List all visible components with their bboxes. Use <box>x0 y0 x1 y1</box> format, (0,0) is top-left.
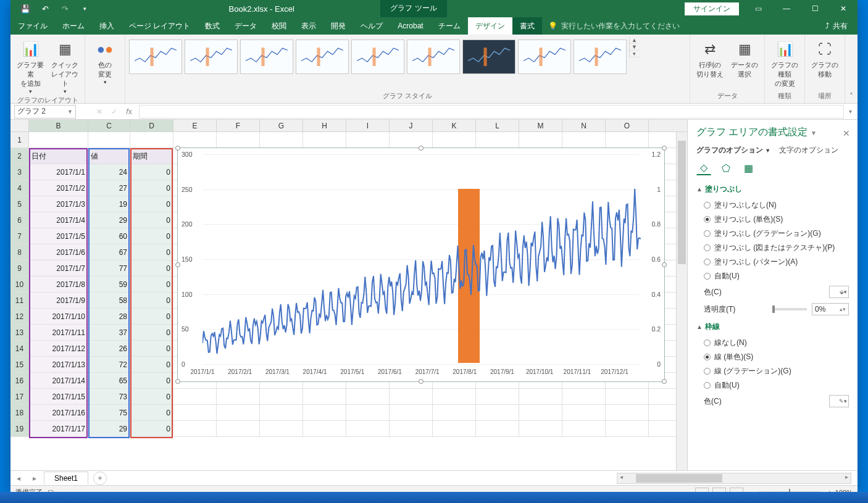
row-header[interactable]: 3 <box>10 164 29 180</box>
quick-layout-button[interactable]: ▦ クイック レイアウト▾ <box>49 37 81 94</box>
chart-plot-area[interactable]: 05010015020025030000.20.40.60.811.22017/… <box>178 148 664 381</box>
row-header[interactable]: 13 <box>10 325 29 340</box>
row-header[interactable]: 7 <box>10 228 29 244</box>
cell[interactable]: 24 <box>88 164 130 180</box>
col-header-F[interactable]: F <box>217 120 260 131</box>
col-header-B[interactable]: B <box>29 120 88 131</box>
row-header[interactable]: 18 <box>10 405 29 420</box>
cell[interactable]: 0 <box>130 180 173 196</box>
radio-fill-none[interactable]: 塗りつぶしなし(N) <box>696 198 849 212</box>
cell[interactable]: 2017/1/1 <box>29 164 88 180</box>
cell[interactable]: 75 <box>88 405 130 420</box>
cancel-icon[interactable]: ✕ <box>92 107 107 116</box>
effects-icon[interactable]: ⬠ <box>719 160 733 175</box>
col-header-D[interactable]: D <box>130 120 173 131</box>
row-header[interactable]: 6 <box>10 212 29 228</box>
cell[interactable]: 77 <box>88 260 130 276</box>
cell[interactable]: 59 <box>88 276 130 292</box>
move-chart-button[interactable]: ⛶ グラフの 移動 <box>809 37 841 79</box>
cell[interactable]: 2017/1/14 <box>29 373 88 388</box>
pane-tab-chart-options[interactable]: グラフのオプション ▼ <box>696 145 770 156</box>
cell[interactable]: 27 <box>88 180 130 196</box>
cell[interactable]: 28 <box>88 309 130 324</box>
transparency-slider[interactable] <box>772 308 807 310</box>
cell[interactable]: 値 <box>88 148 130 164</box>
cell[interactable]: 73 <box>88 389 130 404</box>
radio-line-gradient[interactable]: 線 (グラデーション)(G) <box>696 364 849 378</box>
radio-fill-auto[interactable]: 自動(U) <box>696 269 849 283</box>
cell[interactable]: 2017/1/6 <box>29 244 88 260</box>
cell[interactable]: 29 <box>88 212 130 228</box>
name-box[interactable]: グラフ 2 ▼ <box>14 105 76 118</box>
cell[interactable]: 0 <box>130 293 173 308</box>
horizontal-scrollbar[interactable]: ◂ ▸ <box>617 473 851 484</box>
row-header[interactable]: 1 <box>10 132 29 148</box>
cell[interactable]: 0 <box>130 309 173 324</box>
ribbon-display-icon[interactable]: ▭ <box>744 0 772 17</box>
fill-color-picker[interactable]: ⬙▾ <box>829 286 849 298</box>
cell[interactable]: 0 <box>130 389 173 404</box>
name-box-dropdown-icon[interactable]: ▼ <box>67 109 73 115</box>
col-header-M[interactable]: M <box>519 120 562 131</box>
enter-icon[interactable]: ✓ <box>107 107 122 116</box>
signin-button[interactable]: サインイン <box>685 2 739 15</box>
col-header-J[interactable]: J <box>390 120 433 131</box>
worksheet[interactable]: B C D E F G H I J K L M N O 1 <box>10 120 687 470</box>
cell[interactable]: 19 <box>88 196 130 212</box>
sheet-nav-prev[interactable]: ◂ <box>10 474 27 483</box>
chart-style-2[interactable] <box>185 39 238 74</box>
section-line[interactable]: ▲枠線 <box>696 322 849 332</box>
select-all-corner[interactable] <box>10 120 29 131</box>
col-header-O[interactable]: O <box>606 120 649 131</box>
cell[interactable]: 37 <box>88 325 130 340</box>
cell[interactable]: 2017/1/5 <box>29 228 88 244</box>
col-header-I[interactable]: I <box>346 120 390 131</box>
sheet-tab-1[interactable]: Sheet1 <box>44 472 88 484</box>
chart-style-6[interactable] <box>407 39 460 74</box>
chart-style-7[interactable] <box>462 39 515 74</box>
tab-design[interactable]: デザイン <box>468 17 512 35</box>
cell[interactable]: 0 <box>130 244 173 260</box>
cell[interactable]: 0 <box>130 341 173 356</box>
radio-fill-solid[interactable]: 塗りつぶし (単色)(S) <box>696 212 849 227</box>
tab-page-layout[interactable]: ページ レイアウト <box>122 17 198 35</box>
radio-fill-picture[interactable]: 塗りつぶし (図またはテクスチャ)(P) <box>696 241 849 255</box>
redo-icon[interactable]: ↷ <box>56 1 73 16</box>
tab-view[interactable]: 表示 <box>294 17 323 35</box>
cell[interactable]: 0 <box>130 212 173 228</box>
cell[interactable]: 29 <box>88 421 130 436</box>
cell[interactable]: 2017/1/13 <box>29 357 88 372</box>
minimize-icon[interactable]: — <box>772 0 801 17</box>
share-button[interactable]: ⤴ 共有 <box>816 17 858 35</box>
col-header-H[interactable]: H <box>303 120 346 131</box>
select-data-button[interactable]: ▦ データの 選択 <box>728 37 761 79</box>
cell[interactable]: 58 <box>88 293 130 308</box>
switch-row-col-button[interactable]: ⇄ 行/列の 切り替え <box>694 37 726 79</box>
cell[interactable]: 0 <box>130 260 173 276</box>
cell[interactable]: 2017/1/3 <box>29 196 88 212</box>
add-sheet-button[interactable]: + <box>93 472 107 485</box>
chart-style-9[interactable] <box>574 39 627 74</box>
pane-close-icon[interactable]: ✕ <box>843 128 850 138</box>
radio-line-auto[interactable]: 自動(U) <box>696 378 849 393</box>
fx-icon[interactable]: fx <box>122 107 136 116</box>
collapse-ribbon-icon[interactable]: ˄ <box>845 92 858 103</box>
radio-line-solid[interactable]: 線 (単色)(S) <box>696 350 849 364</box>
tell-me[interactable]: 💡 実行したい作業を入力してください <box>542 17 680 35</box>
size-props-icon[interactable]: ▦ <box>741 160 756 175</box>
tab-data[interactable]: データ <box>227 17 264 35</box>
row-header[interactable]: 4 <box>10 180 29 196</box>
tab-formulas[interactable]: 数式 <box>198 17 227 35</box>
row-header[interactable]: 8 <box>10 244 29 260</box>
tab-developer[interactable]: 開発 <box>323 17 353 35</box>
cell[interactable]: 2017/1/16 <box>29 405 88 420</box>
row-header[interactable]: 19 <box>10 421 29 436</box>
undo-icon[interactable]: ↶ <box>36 1 54 16</box>
chart-object[interactable]: 05010015020025030000.20.40.60.811.22017/… <box>177 148 665 382</box>
cell[interactable]: 0 <box>130 164 173 180</box>
col-header-N[interactable]: N <box>562 120 606 131</box>
pane-tab-text-options[interactable]: 文字のオプション <box>779 145 838 156</box>
cell[interactable]: 2017/1/11 <box>29 325 88 340</box>
scrollbar-thumb[interactable] <box>636 474 722 483</box>
cell[interactable]: 期間 <box>130 148 173 164</box>
